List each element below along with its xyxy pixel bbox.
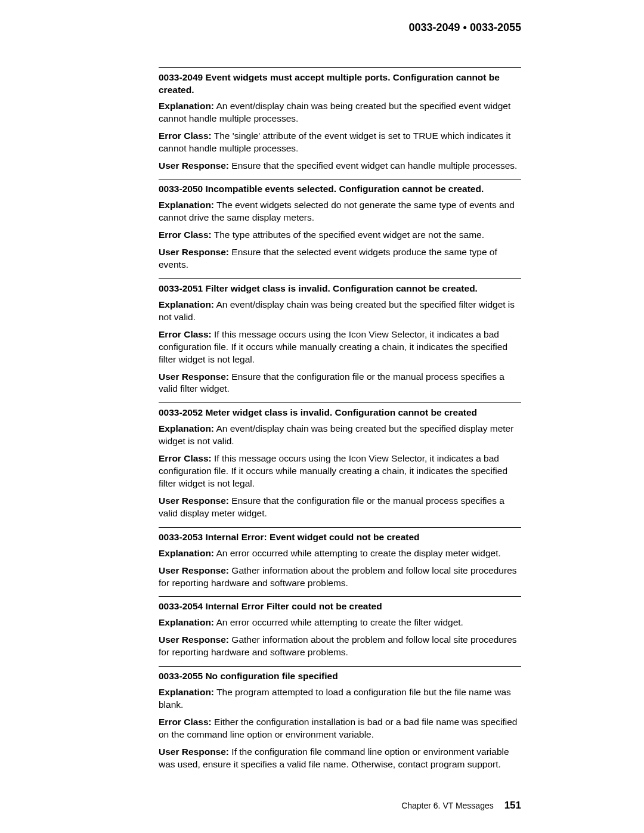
entry-error-class: Error Class: The type attributes of the … [159,229,521,241]
entry-explanation: Explanation: An event/display chain was … [159,100,521,125]
error-class-label: Error Class: [159,717,212,727]
entries-container: 0033-2049 Event widgets must accept mult… [159,67,521,771]
explanation-text: An error occurred while attempting to cr… [216,617,463,627]
message-entry: 0033-2049 Event widgets must accept mult… [159,67,521,172]
user-response-label: User Response: [159,565,229,575]
explanation-label: Explanation: [159,200,214,210]
explanation-label: Explanation: [159,423,214,433]
entry-explanation: Explanation: An event/display chain was … [159,299,521,324]
entry-user-response: User Response: Ensure that the configura… [159,495,521,520]
error-class-label: Error Class: [159,453,212,463]
error-class-text: Either the configuration installation is… [159,717,517,739]
footer-page-number: 151 [504,800,521,811]
entry-user-response: User Response: Ensure that the selected … [159,246,521,271]
explanation-text: An error occurred while attempting to cr… [216,548,500,558]
user-response-label: User Response: [159,747,229,757]
message-entry: 0033-2055 No configuration file specifie… [159,666,521,770]
entry-title: 0033-2049 Event widgets must accept mult… [159,72,521,97]
user-response-text: Ensure that the specified event widget c… [231,160,517,171]
user-response-label: User Response: [159,160,229,171]
entry-title: 0033-2055 No configuration file specifie… [159,670,521,683]
error-class-text: The 'single' attribute of the event widg… [159,131,510,153]
message-entry: 0033-2054 Internal Error Filter could no… [159,596,521,659]
message-entry: 0033-2050 Incompatible events selected. … [159,179,521,271]
error-class-label: Error Class: [159,230,212,240]
error-class-label: Error Class: [159,131,212,141]
footer-chapter: Chapter 6. VT Messages [401,801,494,810]
user-response-label: User Response: [159,247,229,257]
entry-user-response: User Response: Ensure that the configura… [159,371,521,396]
entry-error-class: Error Class: If this message occurs usin… [159,453,521,490]
error-class-label: Error Class: [159,329,212,339]
entry-title: 0033-2053 Internal Error: Event widget c… [159,531,521,544]
entry-error-class: Error Class: If this message occurs usin… [159,329,521,366]
entry-user-response: User Response: Ensure that the specified… [159,160,521,172]
explanation-label: Explanation: [159,548,214,558]
entry-user-response: User Response: Gather information about … [159,634,521,659]
page: 0033-2049 • 0033-2055 0033-2049 Event wi… [0,0,644,833]
entry-user-response: User Response: Gather information about … [159,565,521,590]
explanation-label: Explanation: [159,687,214,697]
user-response-label: User Response: [159,496,229,506]
entry-explanation: Explanation: The event widgets selected … [159,199,521,224]
message-entry: 0033-2051 Filter widget class is invalid… [159,278,521,395]
entry-title: 0033-2054 Internal Error Filter could no… [159,600,521,613]
entry-explanation: Explanation: An event/display chain was … [159,423,521,448]
message-entry: 0033-2053 Internal Error: Event widget c… [159,527,521,590]
page-footer: Chapter 6. VT Messages 151 [401,800,521,812]
error-class-text: The type attributes of the specified eve… [214,230,484,240]
message-entry: 0033-2052 Meter widget class is invalid.… [159,402,521,519]
explanation-label: Explanation: [159,299,214,309]
explanation-label: Explanation: [159,617,214,627]
entry-title: 0033-2050 Incompatible events selected. … [159,183,521,196]
user-response-label: User Response: [159,371,229,382]
entry-explanation: Explanation: An error occurred while att… [159,617,521,629]
entry-explanation: Explanation: The program attempted to lo… [159,686,521,711]
user-response-label: User Response: [159,634,229,645]
entry-title: 0033-2052 Meter widget class is invalid.… [159,407,521,419]
entry-error-class: Error Class: Either the configuration in… [159,716,521,741]
entry-title: 0033-2051 Filter widget class is invalid… [159,283,521,295]
explanation-label: Explanation: [159,101,214,111]
entry-explanation: Explanation: An error occurred while att… [159,547,521,560]
page-header: 0033-2049 • 0033-2055 [159,21,521,34]
entry-user-response: User Response: If the configuration file… [159,746,521,771]
entry-error-class: Error Class: The 'single' attribute of t… [159,130,521,155]
